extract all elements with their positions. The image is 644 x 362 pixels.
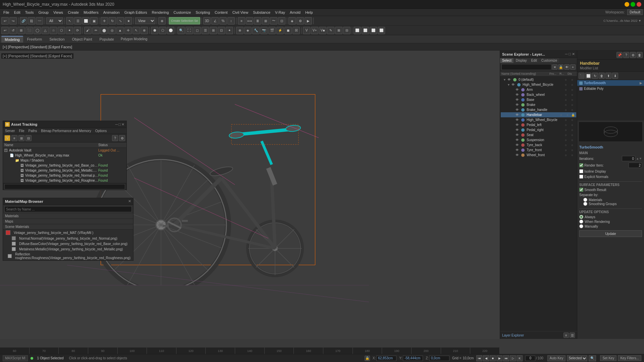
tree-r-icon[interactable]: ○ — [570, 98, 575, 102]
tb2-paint5[interactable]: ▲ — [116, 27, 124, 34]
tree-r-icon[interactable]: ○ — [570, 148, 575, 152]
viewport-label[interactable]: [+] [Perspective] [Standard] [Edged Face… — [3, 45, 72, 49]
tb2-btn10[interactable]: ⟳ — [74, 27, 81, 34]
tree-item-wheel-front[interactable]: 👁Wheel_front○○ — [501, 153, 576, 158]
when-rendering-radio[interactable] — [579, 220, 583, 224]
set-key-button[interactable]: Set Key — [600, 355, 616, 361]
asset-row-Vintage_pe[interactable]: 🖼Vintage_penny_farthing_bicycle_red_Norm… — [3, 173, 126, 178]
align-button[interactable]: ≣ — [254, 17, 261, 24]
tb2-extra1[interactable]: ⬜ — [354, 27, 361, 34]
menu-rendering[interactable]: Rendering — [150, 10, 171, 15]
tab-selection[interactable]: Selection — [46, 36, 68, 42]
at-restore[interactable]: □ — [118, 122, 121, 127]
at-menu-options[interactable]: Options — [95, 129, 107, 133]
tree-item-high-wheel-bicycle[interactable]: ▼👁High_Wheel_Bicycle○○ — [501, 82, 576, 87]
modifier-stack[interactable]: TurboSmooth ▶ Editable Poly — [577, 80, 644, 120]
menu-substance[interactable]: Substance — [251, 10, 272, 15]
mod-tb-btn5[interactable]: ⬆ — [605, 73, 611, 79]
tree-front-icon[interactable]: ○ — [563, 123, 569, 127]
tree-visibility-icon[interactable]: 👁 — [516, 143, 520, 147]
tb2-vray4[interactable]: ✎ — [327, 27, 334, 34]
tree-visibility-icon[interactable]: 👁 — [516, 118, 520, 122]
tree-item-brake[interactable]: 👁Brake○○ — [501, 102, 576, 107]
tb2-btn2[interactable]: ↺ — [9, 27, 17, 34]
play-next[interactable]: ▶ — [496, 355, 502, 361]
create-selection-button[interactable]: Create Selection Se — [169, 17, 200, 24]
percent-snap-button[interactable]: % — [219, 17, 227, 24]
tb2-vray3[interactable]: V■ — [319, 27, 326, 34]
at-tb-grid[interactable]: ⊞ — [18, 135, 24, 141]
tb2-move1[interactable]: ✛ — [124, 27, 132, 34]
at-menu-file[interactable]: File — [19, 129, 24, 133]
window-controls[interactable] — [625, 2, 641, 7]
tb2-render5[interactable]: 🎬 — [268, 27, 276, 34]
at-tb-settings[interactable]: ⚙ — [119, 135, 125, 141]
tb2-move3[interactable]: ⊗ — [141, 27, 148, 34]
tree-visibility-icon[interactable]: 👁 — [516, 98, 520, 102]
always-radio[interactable] — [579, 215, 583, 219]
tb2-geo2[interactable]: ⬠ — [159, 27, 166, 34]
scene-eye-button[interactable]: 👁 — [564, 64, 570, 70]
selected-dropdown[interactable]: Selected — [567, 355, 587, 361]
menu-civil-view[interactable]: Civil View — [230, 10, 250, 15]
tree-front-icon[interactable]: ○ — [563, 93, 569, 97]
tree-visibility-icon[interactable]: 👁 — [516, 108, 520, 112]
menu-animation[interactable]: Animation — [101, 10, 122, 15]
tb2-render8[interactable]: ☒ — [292, 27, 300, 34]
update-button[interactable]: Update — [579, 230, 642, 237]
materials-radio[interactable] — [583, 198, 587, 202]
tree-front-icon[interactable]: ○ — [558, 113, 564, 117]
mb-item[interactable]: Normal:Normal(Vintage_penny_farthing_bic… — [3, 236, 133, 241]
tb2-render1[interactable]: ⊕ — [236, 27, 244, 34]
tb2-misc1[interactable]: 🔍 — [177, 27, 185, 34]
play-realtime[interactable]: ▷ — [510, 355, 516, 361]
layer-explorer-label[interactable]: Layer Explorer — [502, 334, 564, 337]
tree-front-icon[interactable]: ○ — [563, 154, 569, 157]
tb2-render2[interactable]: ◈ — [244, 27, 252, 34]
window-crossing-button[interactable]: ▣ — [90, 17, 98, 24]
layer-manager-button[interactable]: ⊞ — [262, 17, 269, 24]
tab-modeling[interactable]: Modeling — [1, 36, 23, 43]
3d-snap-button[interactable]: 3D — [203, 17, 211, 24]
tree-front-icon[interactable]: ○ — [563, 83, 569, 86]
select-move-button[interactable]: ✛ — [101, 17, 108, 24]
tb2-extra3[interactable]: ⬜ — [370, 27, 377, 34]
scene-tab-customize[interactable]: Customize — [539, 58, 559, 63]
mb-maps-header[interactable]: Maps — [3, 219, 133, 224]
search-icon-btn[interactable]: 🔍 — [589, 355, 596, 361]
menu-graph-editors[interactable]: Graph Editors — [122, 10, 149, 15]
tree-front-icon[interactable]: ○ — [563, 138, 569, 142]
select-scale-button[interactable]: ⤡ — [117, 17, 124, 24]
tree-visibility-icon[interactable]: 👁 — [516, 88, 520, 92]
mb-item[interactable]: Diffuse:BaseColor(Vintage_penny_farthing… — [3, 241, 133, 246]
tb2-move2[interactable]: ↖ — [132, 27, 140, 34]
tb2-btn3[interactable]: ⊞ — [17, 27, 25, 34]
tree-visibility-icon[interactable]: 👁 — [516, 93, 520, 97]
play-prev[interactable]: ◀ — [483, 355, 489, 361]
at-tb-vault[interactable]: V — [4, 135, 10, 141]
menu-arnold[interactable]: Arnold — [288, 10, 303, 15]
material-browser-scene-items[interactable]: Vintage_penny_farthing_bicycle_red_MAT (… — [3, 230, 133, 260]
close-button[interactable] — [637, 2, 641, 7]
iterations-input[interactable] — [622, 156, 635, 161]
layer-exp-btn2[interactable]: ☰ — [570, 333, 575, 338]
tree-item-tyre-front[interactable]: 👁Tyre_front○○ — [501, 147, 576, 153]
select-object-button[interactable]: ↖ — [66, 17, 73, 24]
tree-r-icon[interactable]: ○ — [570, 133, 575, 137]
mod-turbosmooth-expander[interactable]: ▶ — [640, 81, 642, 85]
key-filters-button[interactable]: Key Filters... — [618, 355, 641, 361]
tab-freeform[interactable]: Freeform — [24, 36, 46, 42]
modifier-turbosmooth[interactable]: TurboSmooth ▶ — [577, 80, 644, 86]
tb2-misc4[interactable]: ☰ — [202, 27, 209, 34]
tb2-btn6[interactable]: △ — [42, 27, 49, 34]
tree-item-pedal-right[interactable]: 👁Pedal_right○○ — [501, 127, 576, 132]
scene-add-button[interactable]: + — [570, 64, 576, 70]
key-mode[interactable]: K — [517, 355, 523, 361]
tb2-btn9[interactable]: ✦ — [66, 27, 73, 34]
select-rotate-button[interactable]: ↻ — [109, 17, 116, 24]
menu-group[interactable]: Group — [36, 10, 51, 15]
render-iters-checkbox[interactable] — [579, 163, 583, 167]
at-tb-small[interactable]: ⊟ — [25, 135, 32, 141]
tb2-vray2[interactable]: V+ — [311, 27, 318, 34]
mirror-button[interactable]: ⟺ — [246, 17, 253, 24]
